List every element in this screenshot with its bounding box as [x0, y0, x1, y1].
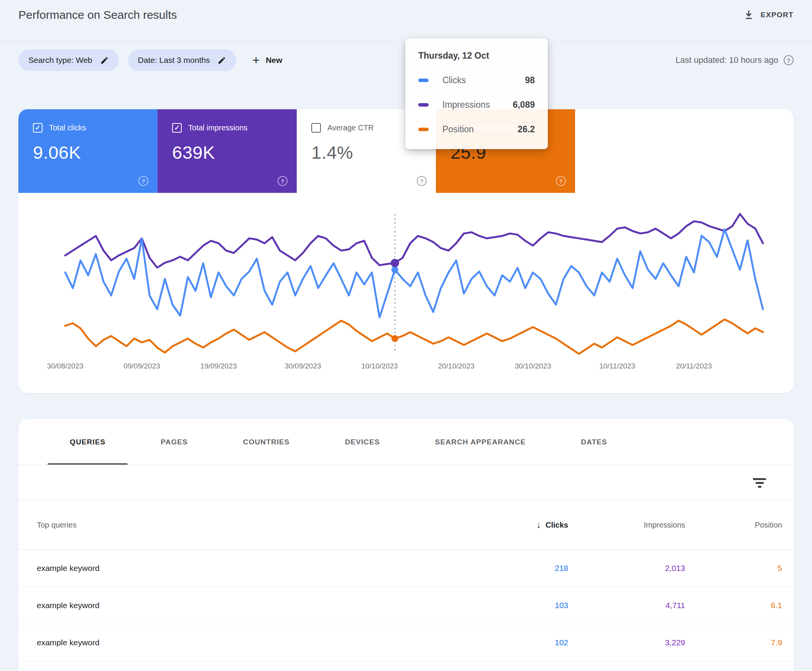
tooltip-row-position: Position 26.2 [418, 124, 535, 135]
date-range-chip[interactable]: Date: Last 3 months [128, 49, 237, 71]
impressions-cell: 2,013 [568, 564, 685, 573]
tooltip-position-value: 26.2 [518, 124, 535, 135]
query-cell[interactable]: example keyword [37, 638, 495, 647]
chart-hover-tooltip: Thursday, 12 Oct Clicks 98 Impressions 6… [405, 38, 548, 149]
pencil-icon [217, 56, 226, 65]
table-filter-row [19, 465, 793, 501]
help-icon[interactable]: ? [417, 176, 427, 186]
table-row[interactable]: example keyword 218 2,013 5 [19, 550, 793, 587]
dimension-tabs: QUERIES PAGES COUNTRIES DEVICES SEARCH A… [19, 419, 793, 465]
performance-line-chart[interactable]: 30/08/202309/09/202319/09/202330/09/2023… [19, 193, 793, 393]
tooltip-clicks-value: 98 [525, 75, 535, 85]
sort-desc-icon: ↓ [537, 520, 541, 530]
metric-row-filler [575, 109, 793, 193]
checkbox-checked-icon[interactable]: ✓ [172, 123, 182, 133]
svg-text:19/09/2023: 19/09/2023 [200, 362, 237, 370]
last-updated: Last updated: 10 hours ago ? [676, 55, 793, 65]
help-icon[interactable]: ? [277, 176, 288, 186]
total-clicks-label: Total clicks [49, 123, 86, 132]
new-filter-label: New [266, 56, 282, 65]
help-icon[interactable]: ? [556, 176, 566, 186]
help-icon[interactable]: ? [138, 176, 148, 186]
clicks-cell: 103 [495, 601, 568, 610]
query-cell[interactable]: example keyword [37, 564, 495, 573]
table-row[interactable]: example keyword 102 3,229 7.9 [19, 624, 793, 661]
new-filter-button[interactable]: + New [252, 54, 282, 66]
svg-text:09/09/2023: 09/09/2023 [123, 362, 160, 370]
svg-text:20/11/2023: 20/11/2023 [676, 362, 712, 370]
tooltip-row-clicks: Clicks 98 [418, 75, 535, 85]
svg-text:10/11/2023: 10/11/2023 [599, 362, 635, 370]
position-series-dash-icon [418, 128, 429, 131]
tooltip-row-impressions: Impressions 6,089 [418, 100, 535, 110]
export-label: EXPORT [761, 11, 793, 19]
total-clicks-header: ✓ Total clicks [33, 123, 158, 133]
tab-devices[interactable]: DEVICES [317, 419, 407, 465]
date-range-chip-label: Date: Last 3 months [138, 56, 210, 65]
total-impressions-label: Total impressions [188, 123, 248, 132]
pencil-icon [100, 56, 109, 65]
checkbox-checked-icon[interactable]: ✓ [33, 123, 43, 133]
svg-text:30/09/2023: 30/09/2023 [284, 362, 321, 370]
position-cell: 6.1 [685, 601, 782, 610]
last-updated-text: Last updated: 10 hours ago [676, 55, 778, 65]
tooltip-position-label: Position [443, 124, 518, 135]
tooltip-impressions-value: 6,089 [512, 100, 535, 110]
total-impressions-card[interactable]: ✓ Total impressions 639K ? [158, 109, 297, 193]
svg-text:30/10/2023: 30/10/2023 [514, 362, 551, 370]
svg-text:10/10/2023: 10/10/2023 [361, 362, 398, 370]
tab-dates[interactable]: DATES [553, 419, 635, 465]
col-top-queries[interactable]: Top queries [37, 521, 495, 530]
download-icon [744, 10, 754, 20]
performance-chart-card: ✓ Total clicks 9.06K ? ✓ Total impressio… [19, 109, 793, 393]
col-impressions[interactable]: Impressions [568, 521, 685, 530]
export-button[interactable]: EXPORT [744, 7, 793, 20]
tab-queries[interactable]: QUERIES [42, 419, 133, 465]
col-clicks-label: Clicks [546, 521, 568, 530]
tab-pages[interactable]: PAGES [133, 419, 215, 465]
query-cell[interactable]: example keyword [37, 601, 495, 610]
impressions-series-dash-icon [418, 103, 429, 107]
tooltip-clicks-label: Clicks [443, 75, 525, 85]
table-header-row: Top queries ↓ Clicks Impressions Positio… [19, 501, 793, 550]
page-title: Performance on Search results [19, 7, 177, 23]
table-row[interactable]: example keyword 103 4,711 6.1 [19, 587, 793, 624]
search-type-chip[interactable]: Search type: Web [19, 49, 119, 71]
total-clicks-card[interactable]: ✓ Total clicks 9.06K ? [19, 109, 158, 193]
top-bar: Performance on Search results EXPORT [0, 0, 812, 41]
clicks-series-dash-icon [418, 78, 429, 82]
help-icon[interactable]: ? [784, 55, 793, 65]
chart-svg[interactable]: 30/08/202309/09/202319/09/202330/09/2023… [19, 193, 793, 393]
total-impressions-value: 639K [172, 142, 297, 163]
position-cell: 7.9 [685, 638, 782, 647]
tab-search-appearance[interactable]: SEARCH APPEARANCE [407, 419, 553, 465]
position-cell: 5 [685, 564, 782, 573]
filter-list-icon[interactable] [750, 475, 769, 491]
checkbox-unchecked-icon[interactable] [311, 123, 321, 133]
search-type-chip-label: Search type: Web [28, 56, 92, 65]
impressions-cell: 3,229 [568, 638, 685, 647]
dimensions-table-card: QUERIES PAGES COUNTRIES DEVICES SEARCH A… [19, 419, 793, 671]
tooltip-impressions-label: Impressions [443, 100, 512, 110]
tab-countries[interactable]: COUNTRIES [215, 419, 317, 465]
col-position[interactable]: Position [685, 521, 782, 530]
col-clicks-sorted[interactable]: ↓ Clicks [495, 520, 568, 530]
impressions-cell: 4,711 [568, 601, 685, 610]
svg-text:20/10/2023: 20/10/2023 [438, 362, 474, 370]
svg-text:30/08/2023: 30/08/2023 [47, 362, 83, 370]
total-impressions-header: ✓ Total impressions [172, 123, 297, 133]
average-ctr-label: Average CTR [327, 123, 374, 132]
clicks-cell: 218 [495, 564, 568, 573]
plus-icon: + [252, 54, 260, 66]
total-clicks-value: 9.06K [33, 142, 158, 163]
tooltip-date: Thursday, 12 Oct [418, 51, 535, 61]
clicks-cell: 102 [495, 638, 568, 647]
